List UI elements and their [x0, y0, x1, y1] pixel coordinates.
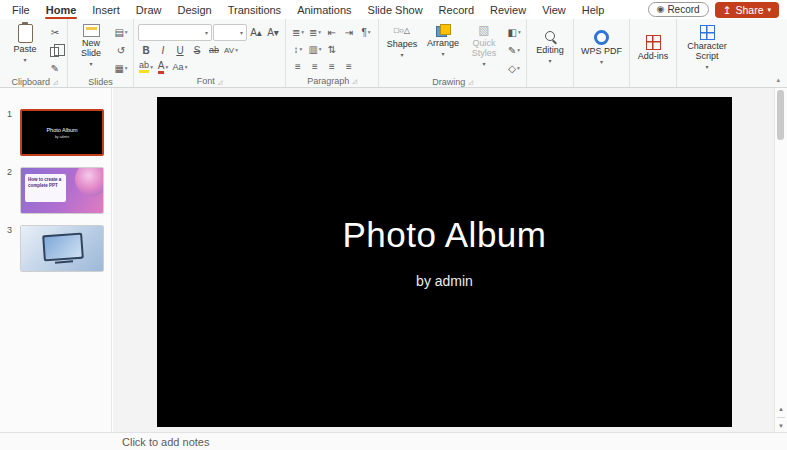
current-slide[interactable]: Photo Album by admin: [157, 97, 732, 427]
quick-styles-button[interactable]: ▧ Quick Styles ▾: [465, 21, 503, 68]
drawing-dialog-launcher[interactable]: ◿: [468, 78, 473, 85]
align-left-button[interactable]: ≡: [290, 58, 306, 74]
shape-effects-button[interactable]: ◇▾: [506, 60, 522, 76]
paste-chevron-icon: ▾: [23, 57, 26, 64]
tab-slide-show[interactable]: Slide Show: [360, 0, 431, 19]
collapse-ribbon-button[interactable]: ▴: [776, 76, 780, 84]
cut-button[interactable]: ✂: [47, 24, 63, 40]
new-slide-button[interactable]: New Slide ▾: [72, 21, 110, 67]
record-button[interactable]: ◉ Record: [648, 2, 709, 17]
shape-fill-button[interactable]: ◧▾: [506, 24, 522, 40]
strikethrough-ab-button[interactable]: ab: [206, 42, 222, 58]
thumbnail-3-monitor-base: [55, 260, 73, 263]
grow-font-button[interactable]: A▴: [248, 25, 264, 41]
editing-group: Editing ▾: [527, 19, 574, 87]
wps-pdf-icon: [594, 30, 609, 45]
editing-button[interactable]: Editing ▾: [531, 28, 569, 64]
paragraph-dialog-launcher[interactable]: ◿: [352, 77, 357, 84]
font-dialog-launcher[interactable]: ◿: [218, 78, 223, 85]
new-slide-chevron-icon: ▾: [89, 61, 92, 68]
tab-record[interactable]: Record: [431, 0, 482, 19]
character-spacing-button[interactable]: AV▾: [223, 42, 239, 58]
font-name-combo[interactable]: ▾: [138, 24, 212, 41]
line-spacing-icon: ↕: [294, 44, 299, 55]
tab-design[interactable]: Design: [169, 0, 219, 19]
increase-indent-button[interactable]: ⇥: [341, 24, 357, 40]
tab-view[interactable]: View: [534, 0, 574, 19]
character-script-button[interactable]: Character Script ▾: [681, 22, 733, 70]
font-size-combo[interactable]: ▾: [213, 24, 247, 41]
slides-group: New Slide ▾ ▤▾ ↺ ▦▾ Slides: [68, 19, 134, 87]
clipboard-dialog-launcher[interactable]: ◿: [53, 78, 58, 85]
vertical-scrollbar[interactable]: ▲ ▼: [774, 88, 787, 432]
text-direction-button[interactable]: ¶▾: [358, 24, 374, 40]
next-slide-button[interactable]: ▼: [778, 423, 784, 429]
underline-button[interactable]: U: [172, 42, 188, 58]
format-painter-button[interactable]: ✎: [47, 60, 63, 76]
bold-button[interactable]: B: [138, 42, 154, 58]
slide-thumbnail-1[interactable]: Photo Album by admin: [20, 109, 104, 156]
previous-slide-button[interactable]: ▲: [778, 406, 784, 412]
thumbnail-2-text-card: How to create a complete PPT: [25, 174, 66, 202]
text-direction-chevron-icon: ▾: [368, 29, 371, 35]
font-name-chevron-icon: ▾: [205, 29, 208, 36]
quick-styles-icon: ▧: [478, 24, 489, 37]
italic-button[interactable]: I: [155, 42, 171, 58]
scrollbar-thumb[interactable]: [777, 90, 784, 140]
align-right-icon: ≡: [329, 61, 335, 72]
shrink-font-button[interactable]: A▾: [265, 25, 281, 41]
notes-pane[interactable]: Click to add notes: [0, 432, 787, 450]
tab-transitions[interactable]: Transitions: [220, 0, 289, 19]
font-color-button[interactable]: A▾: [155, 59, 171, 75]
wps-pdf-button[interactable]: WPS PDF ▾: [578, 27, 625, 65]
justify-button[interactable]: ≡: [341, 58, 357, 74]
tab-animations[interactable]: Animations: [289, 0, 359, 19]
slide-editing-canvas[interactable]: Photo Album by admin: [113, 88, 774, 432]
slide-subtitle[interactable]: by admin: [157, 273, 732, 289]
paragraph-group: ≣▾ ≣▾ ⇤ ⇥ ¶▾ ↕▾ ▥▾ ⇅ ≡ ≡ ≡ ≡: [286, 19, 379, 87]
addins-button[interactable]: Add-ins: [634, 32, 672, 62]
numbering-button[interactable]: ≣▾: [307, 24, 323, 40]
character-script-label: Character Script: [684, 42, 730, 62]
strikethrough-button[interactable]: S: [189, 42, 205, 58]
slide-thumbnail-2[interactable]: How to create a complete PPT: [20, 167, 104, 214]
line-spacing-button[interactable]: ↕▾: [290, 41, 306, 57]
tab-file[interactable]: File: [4, 0, 38, 19]
shapes-button[interactable]: □○△ Shapes ▾: [383, 21, 421, 58]
align-right-button[interactable]: ≡: [324, 58, 340, 74]
wps-pdf-group-label: [578, 72, 625, 87]
highlight-color-button[interactable]: ab▾: [138, 59, 154, 75]
drawing-group: □○△ Shapes ▾ Arrange ▾ ▧ Quick Styles ▾ …: [379, 19, 527, 87]
paste-button[interactable]: Paste ▾: [6, 21, 44, 63]
tab-draw[interactable]: Draw: [128, 0, 170, 19]
slide-title[interactable]: Photo Album: [157, 215, 732, 255]
arrange-button[interactable]: Arrange ▾: [424, 21, 462, 57]
character-spacing-chevron-icon: ▾: [235, 47, 238, 53]
italic-icon: I: [162, 45, 165, 56]
tab-help[interactable]: Help: [574, 0, 613, 19]
change-case-button[interactable]: Aa▾: [172, 59, 188, 75]
paste-clipboard-icon: [18, 24, 33, 43]
bullets-button[interactable]: ≣▾: [290, 24, 306, 40]
rotate-text-button[interactable]: ⇅: [324, 41, 340, 57]
layout-icon: ▤: [114, 27, 123, 38]
shape-outline-button[interactable]: ✎▾: [506, 42, 522, 58]
tab-review[interactable]: Review: [482, 0, 534, 19]
shapes-chevron-icon: ▾: [400, 52, 403, 59]
shape-outline-chevron-icon: ▾: [517, 47, 520, 53]
tab-home[interactable]: Home: [38, 0, 85, 19]
decrease-indent-button[interactable]: ⇤: [324, 24, 340, 40]
record-label: Record: [667, 4, 699, 15]
copy-button[interactable]: [47, 42, 63, 58]
section-button[interactable]: ▦▾: [113, 60, 129, 76]
strikethrough-icon: S: [194, 45, 201, 56]
clipboard-group: Paste ▾ ✂ ✎ Clipboard ◿: [2, 19, 68, 87]
slide-layout-button[interactable]: ▤▾: [113, 24, 129, 40]
tab-insert[interactable]: Insert: [84, 0, 128, 19]
reset-slide-button[interactable]: ↺: [113, 42, 129, 58]
slide-thumbnail-3[interactable]: [20, 225, 104, 272]
align-center-button[interactable]: ≡: [307, 58, 323, 74]
share-button[interactable]: ↥ Share ▾: [715, 2, 779, 18]
columns-button[interactable]: ▥▾: [307, 41, 323, 57]
slide-thumbnail-panel: 1 Photo Album by admin 2 How to create a…: [0, 88, 112, 432]
